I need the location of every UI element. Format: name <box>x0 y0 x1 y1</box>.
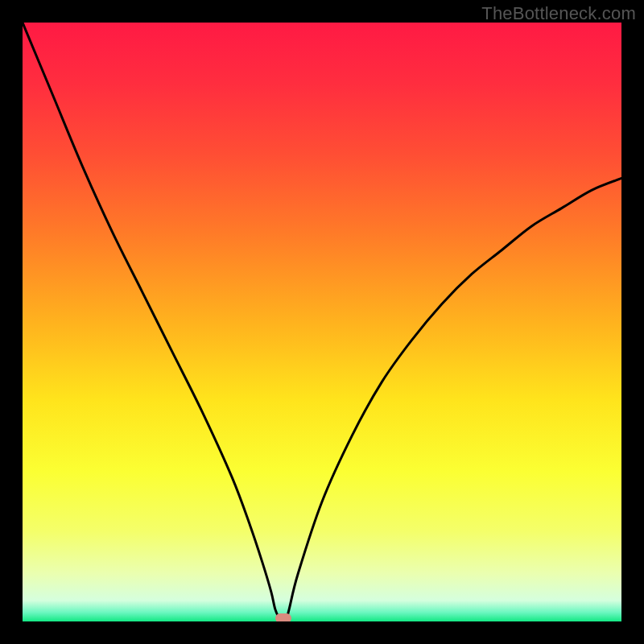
svg-rect-0 <box>23 23 621 621</box>
plot-area <box>23 23 621 621</box>
bottleneck-marker <box>275 613 291 621</box>
watermark-text: TheBottleneck.com <box>481 3 636 24</box>
chart-frame: TheBottleneck.com <box>0 0 644 644</box>
chart-svg <box>23 23 621 621</box>
